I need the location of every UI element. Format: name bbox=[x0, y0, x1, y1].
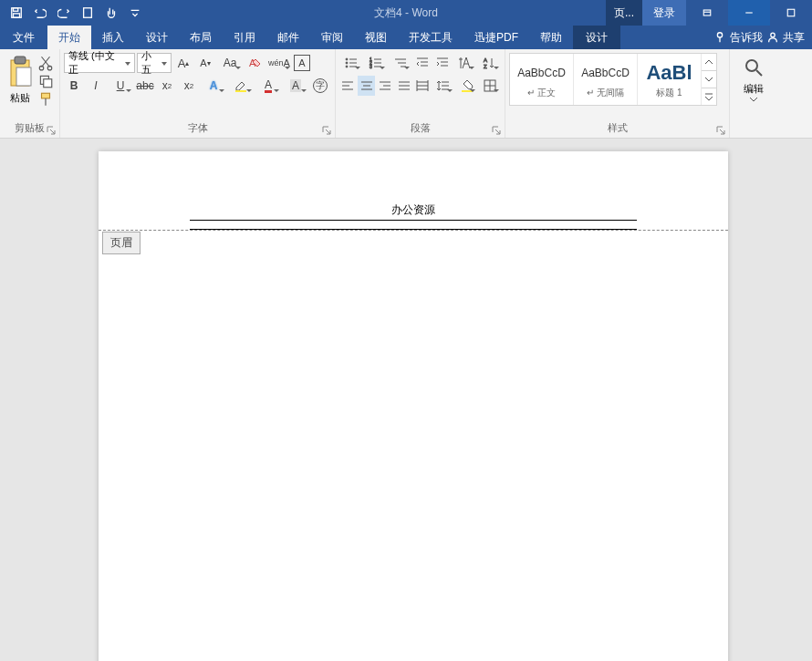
styles-scroll-up[interactable] bbox=[702, 54, 716, 71]
numbering-button[interactable]: 123 bbox=[364, 53, 387, 73]
tell-me-button[interactable]: 告诉我 bbox=[713, 30, 763, 46]
align-right-button[interactable] bbox=[377, 76, 393, 96]
svg-text:3: 3 bbox=[370, 64, 372, 69]
format-painter-button[interactable] bbox=[37, 91, 54, 108]
svg-point-71 bbox=[746, 60, 757, 71]
header-text[interactable]: 办公资源 bbox=[190, 202, 637, 221]
paste-label: 粘贴 bbox=[10, 91, 30, 105]
italic-button[interactable]: I bbox=[86, 76, 106, 96]
undo-button[interactable] bbox=[29, 2, 51, 24]
align-center-button[interactable] bbox=[358, 76, 374, 96]
shading-button[interactable] bbox=[456, 76, 478, 96]
decrease-indent-button[interactable] bbox=[413, 53, 432, 73]
tell-me-label: 告诉我 bbox=[730, 30, 763, 46]
multilevel-list-button[interactable] bbox=[389, 53, 411, 73]
tab-home[interactable]: 开始 bbox=[47, 26, 91, 49]
login-button[interactable]: 登录 bbox=[642, 0, 686, 26]
tab-pdf[interactable]: 迅捷PDF bbox=[463, 26, 529, 49]
font-group-label: 字体 bbox=[64, 121, 331, 138]
styles-scroll-down[interactable] bbox=[702, 71, 716, 88]
superscript-button[interactable]: x2 bbox=[179, 76, 199, 96]
find-button[interactable]: 编辑 bbox=[734, 53, 774, 121]
header-area[interactable]: 办公资源 bbox=[190, 202, 637, 230]
tab-insert[interactable]: 插入 bbox=[91, 26, 135, 49]
shrink-font-button[interactable]: A▾ bbox=[195, 53, 215, 73]
bullets-button[interactable] bbox=[339, 53, 362, 73]
borders-button[interactable] bbox=[479, 76, 501, 96]
font-color-button[interactable]: A bbox=[255, 76, 281, 96]
styles-gallery: AaBbCcD ↵ 正文 AaBbCcD ↵ 无间隔 AaBl 标题 1 bbox=[509, 53, 717, 106]
copy-button[interactable] bbox=[37, 73, 54, 89]
tab-developer[interactable]: 开发工具 bbox=[398, 26, 463, 49]
tab-file[interactable]: 文件 bbox=[0, 26, 47, 49]
share-button[interactable]: 共享 bbox=[766, 30, 805, 46]
svg-rect-5 bbox=[703, 10, 711, 15]
text-effects-button[interactable]: A bbox=[201, 76, 226, 96]
svg-point-23 bbox=[346, 58, 348, 60]
char-border-button[interactable]: A bbox=[294, 55, 310, 71]
header-rule bbox=[190, 221, 637, 230]
grow-font-button[interactable]: A▴ bbox=[173, 53, 193, 73]
paste-button[interactable]: 粘贴 bbox=[4, 53, 36, 121]
new-doc-button[interactable] bbox=[77, 2, 99, 24]
style-name: 标题 1 bbox=[656, 87, 682, 99]
page[interactable]: 办公资源 页眉 bbox=[99, 151, 728, 661]
bold-button[interactable]: B bbox=[64, 76, 84, 96]
header-tools-context[interactable]: 页... bbox=[606, 0, 642, 26]
asian-layout-button[interactable] bbox=[453, 53, 476, 73]
svg-rect-14 bbox=[16, 67, 31, 86]
tab-references[interactable]: 引用 bbox=[223, 26, 266, 49]
font-size-select[interactable]: 小五 bbox=[137, 53, 172, 73]
touch-mode-button[interactable] bbox=[100, 2, 122, 24]
header-tag[interactable]: 页眉 bbox=[102, 232, 141, 254]
svg-rect-13 bbox=[15, 57, 26, 64]
maximize-button[interactable] bbox=[770, 0, 812, 26]
group-styles: AaBbCcD ↵ 正文 AaBbCcD ↵ 无间隔 AaBl 标题 1 样 bbox=[505, 49, 730, 138]
style-no-spacing[interactable]: AaBbCcD ↵ 无间隔 bbox=[574, 54, 638, 105]
styles-expand[interactable] bbox=[702, 88, 716, 105]
svg-point-9 bbox=[717, 33, 722, 37]
document-area[interactable]: 办公资源 页眉 bbox=[0, 139, 812, 661]
tab-help[interactable]: 帮助 bbox=[529, 26, 573, 49]
char-shading-button[interactable]: A bbox=[283, 76, 308, 96]
tab-header-design[interactable]: 设计 bbox=[573, 26, 620, 49]
tab-layout[interactable]: 布局 bbox=[179, 26, 223, 49]
phonetic-guide-button[interactable]: wénA bbox=[266, 53, 292, 73]
ribbon-display-button[interactable] bbox=[686, 0, 728, 26]
tab-design[interactable]: 设计 bbox=[135, 26, 179, 49]
style-heading1[interactable]: AaBl 标题 1 bbox=[638, 54, 702, 105]
font-name-select[interactable]: 等线 (中文正 bbox=[64, 53, 135, 73]
svg-rect-22 bbox=[235, 90, 246, 92]
svg-text:Z: Z bbox=[484, 64, 487, 69]
line-spacing-button[interactable] bbox=[432, 76, 454, 96]
cut-button[interactable] bbox=[37, 55, 54, 71]
change-case-button[interactable]: Aa bbox=[217, 53, 243, 73]
highlight-button[interactable] bbox=[228, 76, 254, 96]
justify-button[interactable] bbox=[395, 76, 411, 96]
align-left-button[interactable] bbox=[339, 76, 356, 96]
style-preview: AaBbCcD bbox=[581, 59, 630, 87]
tab-mailings[interactable]: 邮件 bbox=[266, 26, 310, 49]
svg-rect-2 bbox=[14, 14, 20, 17]
minimize-button[interactable] bbox=[728, 0, 770, 26]
enclose-char-button[interactable]: 字 bbox=[310, 76, 330, 96]
redo-button[interactable] bbox=[53, 2, 75, 24]
clear-formatting-button[interactable]: A bbox=[245, 53, 265, 73]
sort-button[interactable]: AZ bbox=[478, 53, 501, 73]
clipboard-launcher[interactable] bbox=[47, 125, 57, 136]
underline-button[interactable]: U bbox=[108, 76, 133, 96]
subscript-button[interactable]: x2 bbox=[157, 76, 177, 96]
style-normal[interactable]: AaBbCcD ↵ 正文 bbox=[510, 54, 574, 105]
svg-rect-66 bbox=[462, 90, 473, 92]
tab-view[interactable]: 视图 bbox=[354, 26, 398, 49]
tab-review[interactable]: 审阅 bbox=[310, 26, 354, 49]
distributed-button[interactable] bbox=[414, 76, 431, 96]
strikethrough-button[interactable]: abc bbox=[135, 76, 155, 96]
customize-qat-button[interactable] bbox=[124, 2, 146, 24]
styles-launcher[interactable] bbox=[716, 125, 727, 136]
increase-indent-button[interactable] bbox=[433, 53, 452, 73]
save-button[interactable] bbox=[5, 2, 27, 24]
paragraph-launcher[interactable] bbox=[492, 125, 503, 136]
ribbon-tabs: 文件 开始 插入 设计 布局 引用 邮件 审阅 视图 开发工具 迅捷PDF 帮助… bbox=[0, 26, 812, 49]
font-launcher[interactable] bbox=[322, 125, 333, 136]
